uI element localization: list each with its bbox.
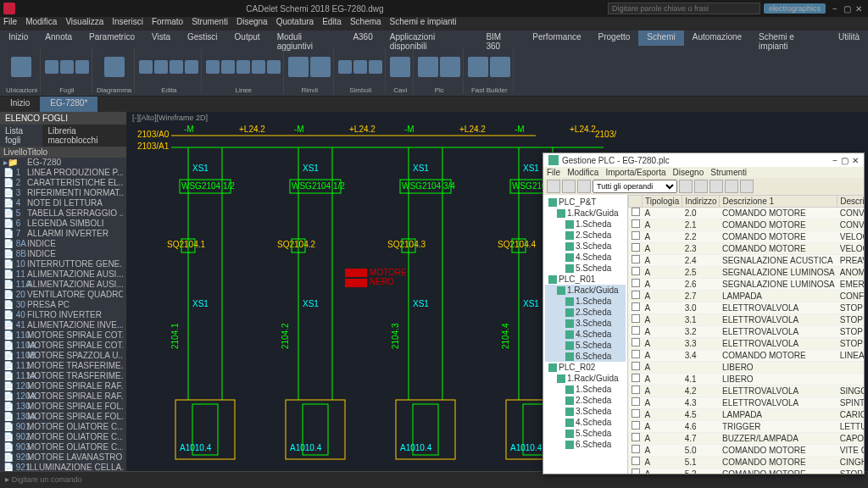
sheet-row[interactable]: 📄 10INTERRUTTORE GENE... bbox=[0, 259, 126, 269]
sidebar-tab[interactable]: Libreria macroblocchi bbox=[42, 125, 126, 147]
menu-item[interactable]: Visualizza bbox=[65, 17, 103, 30]
sheet-row[interactable]: 📄 7ALLARMI INVERTER bbox=[0, 229, 126, 239]
sheet-row[interactable]: 📄 11ALIMENTAZIONE AUSI... bbox=[0, 269, 126, 280]
ribbon-button[interactable] bbox=[468, 57, 488, 77]
sheet-row[interactable]: 📄 110MOTORE SPIRALE COT... bbox=[0, 330, 126, 341]
sheet-row[interactable]: 📄 901MOTORE OLIATORE C... bbox=[0, 422, 126, 432]
ribbon-tab[interactable]: Performance bbox=[524, 30, 589, 46]
sheet-row[interactable]: 📄 921ILLUMINAZIONE CELLA... bbox=[0, 463, 126, 471]
sheet-row[interactable]: 📄 920MOTORE LAVANASTRO bbox=[0, 452, 126, 463]
sheet-row[interactable]: 📄 110AMOTORE SPIRALE COT... bbox=[0, 341, 126, 351]
plc-tree-node[interactable]: 1.Scheda bbox=[545, 384, 626, 395]
document-tab[interactable]: Inizio bbox=[0, 97, 40, 112]
plc-grid-header[interactable] bbox=[629, 196, 643, 208]
drawing-canvas[interactable]: [-][Alto][Wireframe 2D] 2103/A02103/A1-M… bbox=[127, 112, 868, 471]
plc-tree-node[interactable]: PLC_P&T bbox=[545, 197, 626, 208]
plc-grid-row[interactable]: A4.5LAMPADACARICO ATTIVO bbox=[629, 409, 865, 421]
menu-item[interactable]: Schema bbox=[350, 17, 381, 30]
plc-tree-node[interactable]: 6.Scheda bbox=[545, 439, 626, 450]
plc-grid-row[interactable]: A4.2ELETTROVALVOLASINGOLARIZZATORE bbox=[629, 385, 865, 397]
ribbon-tab[interactable]: A360 bbox=[344, 30, 381, 46]
plc-close-button[interactable]: ✕ bbox=[852, 156, 859, 165]
ribbon-button[interactable] bbox=[310, 57, 331, 77]
plc-grid-header[interactable]: Indirizzo bbox=[682, 196, 720, 208]
sheet-row[interactable]: 📄 11AALIMENTAZIONE AUSI... bbox=[0, 280, 126, 290]
sheet-row[interactable]: 📄 8BINDICE bbox=[0, 249, 126, 259]
menu-item[interactable]: File bbox=[3, 17, 17, 30]
menu-item[interactable]: Inserisci bbox=[112, 17, 143, 30]
plc-maximize-button[interactable]: ▢ bbox=[841, 156, 849, 165]
minimize-button[interactable]: − bbox=[829, 4, 841, 14]
sheet-row[interactable]: 📄 8AINDICE bbox=[0, 239, 126, 249]
ribbon-button[interactable] bbox=[353, 60, 367, 74]
plc-grid-row[interactable]: A2.7LAMPADACONFERMA PUNTO MANU bbox=[629, 291, 865, 302]
sheet-row[interactable]: 📄 3RIFERIMENTI NORMAT... bbox=[0, 188, 126, 198]
plc-tree-node[interactable]: 1.Scheda bbox=[545, 219, 626, 230]
plc-minimize-button[interactable]: − bbox=[832, 156, 837, 165]
ribbon-button[interactable] bbox=[490, 57, 510, 77]
ribbon-button[interactable] bbox=[369, 60, 382, 74]
plc-grid-row[interactable]: A4.1LIBERO bbox=[629, 374, 865, 385]
plc-tree-node[interactable]: 1.Rack/Guida bbox=[545, 285, 626, 296]
menu-item[interactable]: Strumenti bbox=[192, 17, 228, 30]
plc-grid-row[interactable]: A2.3COMANDO MOTOREVELOCITA' 1/3 bbox=[629, 243, 865, 255]
ribbon-button[interactable] bbox=[170, 60, 183, 74]
plc-grid-row[interactable]: A5.2COMANDO MOTORESTOP DISCESA CAPO SU bbox=[629, 469, 865, 474]
plc-grid-row[interactable]: A3.4COMANDO MOTORELINEA JENSEN bbox=[629, 350, 865, 362]
ribbon-button[interactable] bbox=[390, 57, 410, 77]
plc-grid-row[interactable]: A2.5SEGNALAZIONE LUMINOSAANOMALIA bbox=[629, 267, 865, 279]
plc-tree-node[interactable]: PLC_R02 bbox=[545, 362, 626, 373]
ribbon-button[interactable] bbox=[267, 60, 281, 74]
sheet-row[interactable]: 📄 110BMOTORE SPAZZOLA U... bbox=[0, 351, 126, 361]
sheet-list[interactable]: ▸📁EG-7280📄 1LINEA PRODUZIONE P...📄 2CARA… bbox=[0, 158, 126, 471]
plc-tool-button[interactable] bbox=[547, 180, 560, 193]
plc-tree-node[interactable]: 1.Rack/Guida bbox=[545, 208, 626, 219]
plc-tool-button[interactable] bbox=[679, 180, 693, 193]
ribbon-tab[interactable]: Utilità bbox=[830, 30, 868, 46]
ribbon-tab[interactable]: Moduli aggiuntivi bbox=[269, 30, 345, 46]
ribbon-button[interactable] bbox=[60, 60, 74, 74]
menu-item[interactable]: Disegna bbox=[236, 17, 268, 30]
ribbon-tab[interactable]: Annota bbox=[36, 30, 81, 46]
sheet-row[interactable]: 📄 130MOTORE SPIRALE FOL... bbox=[0, 402, 126, 412]
plc-grid-row[interactable]: A5.0COMANDO MOTOREVITE CARICO bbox=[629, 445, 865, 457]
menu-item[interactable]: Formato bbox=[152, 17, 183, 30]
plc-window-titlebar[interactable]: Gestione PLC - EG-7280.plc − ▢ ✕ bbox=[543, 153, 864, 167]
plc-menu-item[interactable]: Modifica bbox=[567, 168, 598, 177]
plc-filter-select[interactable]: Tutti gli operandi bbox=[593, 180, 677, 193]
sheet-row[interactable]: 📄 120AMOTORE SPIRALE RAF... bbox=[0, 391, 126, 402]
sheet-row[interactable]: 📄 4NOTE DI LETTURA bbox=[0, 198, 126, 208]
plc-grid-row[interactable]: A4.7BUZZER/LAMPADACAPO LETTO bbox=[629, 433, 865, 445]
plc-tree-node[interactable]: 1.Rack/Guida bbox=[545, 373, 626, 384]
plc-grid-header[interactable]: Descrizione 2 bbox=[837, 196, 864, 208]
sheet-row[interactable]: 📄 6LEGENDA SIMBOLI bbox=[0, 219, 126, 229]
ribbon-button[interactable] bbox=[139, 60, 153, 74]
ribbon-button[interactable] bbox=[418, 57, 438, 77]
plc-grid-row[interactable]: ALIBERO bbox=[629, 362, 865, 374]
plc-tree-node[interactable]: 3.Scheda bbox=[545, 318, 626, 329]
plc-grid-header[interactable]: Descrizione 1 bbox=[720, 196, 837, 208]
menu-item[interactable]: Edita bbox=[322, 17, 342, 30]
ribbon-tab[interactable]: Inizio bbox=[0, 30, 36, 46]
plc-grid-row[interactable]: A3.0ELETTROVALVOLASTOP 1 bbox=[629, 302, 865, 314]
plc-grid-row[interactable]: A5.1COMANDO MOTORECINGHIOLINO CARICO bbox=[629, 457, 865, 469]
ribbon-button[interactable] bbox=[440, 57, 460, 77]
sheet-root[interactable]: ▸📁EG-7280 bbox=[0, 158, 126, 168]
plc-tool-button[interactable] bbox=[709, 180, 723, 193]
sheet-row[interactable]: 📄 40FILTRO INVERTER bbox=[0, 310, 126, 320]
plc-grid-row[interactable]: A2.1COMANDO MOTORECONVEYOR INDIETRO bbox=[629, 219, 865, 231]
plc-menu-item[interactable]: File bbox=[547, 168, 560, 177]
ribbon-button[interactable] bbox=[75, 60, 89, 74]
plc-tree-node[interactable]: 2.Scheda bbox=[545, 395, 626, 406]
plc-tree-node[interactable]: PLC_R01 bbox=[545, 274, 626, 285]
plc-menu-item[interactable]: Disegno bbox=[673, 168, 704, 177]
plc-tree-node[interactable]: 1.Scheda bbox=[545, 296, 626, 307]
ribbon-button[interactable] bbox=[206, 60, 220, 74]
plc-tool-button[interactable] bbox=[577, 180, 591, 193]
sheet-row[interactable]: 📄 30PRESA PC bbox=[0, 300, 126, 310]
plc-tree-node[interactable]: 5.Scheda bbox=[545, 428, 626, 439]
ribbon-tab[interactable]: Vista bbox=[143, 30, 179, 46]
ribbon-button[interactable] bbox=[288, 57, 309, 77]
plc-grid-row[interactable]: A3.2ELETTROVALVOLASTOP 3 bbox=[629, 326, 865, 338]
plc-tree-node[interactable]: 5.Scheda bbox=[545, 340, 626, 351]
